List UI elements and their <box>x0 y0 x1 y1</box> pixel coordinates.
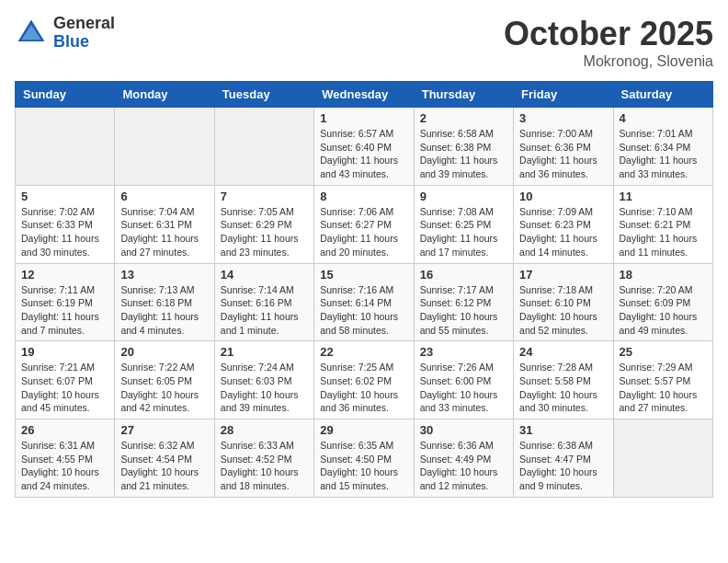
day-info: Sunrise: 7:05 AM Sunset: 6:29 PM Dayligh… <box>221 205 308 259</box>
col-header-thursday: Thursday <box>414 82 513 108</box>
calendar-cell: 27Sunrise: 6:32 AM Sunset: 4:54 PM Dayli… <box>115 419 214 498</box>
calendar-cell: 6Sunrise: 7:04 AM Sunset: 6:31 PM Daylig… <box>115 185 214 263</box>
location-text: Mokronog, Slovenia <box>504 53 713 70</box>
calendar-week-row: 12Sunrise: 7:11 AM Sunset: 6:19 PM Dayli… <box>16 263 713 341</box>
calendar-cell: 31Sunrise: 6:38 AM Sunset: 4:47 PM Dayli… <box>514 419 613 498</box>
day-number: 3 <box>519 111 607 125</box>
day-number: 12 <box>21 268 108 282</box>
calendar-cell: 16Sunrise: 7:17 AM Sunset: 6:12 PM Dayli… <box>414 263 513 341</box>
calendar-week-row: 19Sunrise: 7:21 AM Sunset: 6:07 PM Dayli… <box>16 341 713 419</box>
calendar-table: SundayMondayTuesdayWednesdayThursdayFrid… <box>15 81 713 498</box>
calendar-cell: 2Sunrise: 6:58 AM Sunset: 6:38 PM Daylig… <box>414 108 513 186</box>
calendar-cell: 11Sunrise: 7:10 AM Sunset: 6:21 PM Dayli… <box>613 185 712 263</box>
calendar-cell: 28Sunrise: 6:33 AM Sunset: 4:52 PM Dayli… <box>214 419 313 498</box>
day-number: 15 <box>320 268 407 282</box>
day-info: Sunrise: 7:17 AM Sunset: 6:12 PM Dayligh… <box>420 283 507 338</box>
day-number: 25 <box>620 345 707 359</box>
day-info: Sunrise: 7:16 AM Sunset: 6:14 PM Dayligh… <box>320 283 407 338</box>
calendar-cell: 19Sunrise: 7:21 AM Sunset: 6:07 PM Dayli… <box>16 341 115 419</box>
day-info: Sunrise: 6:57 AM Sunset: 6:40 PM Dayligh… <box>320 127 407 181</box>
day-info: Sunrise: 6:38 AM Sunset: 4:47 PM Dayligh… <box>519 439 607 493</box>
day-number: 7 <box>221 190 308 203</box>
calendar-cell <box>16 108 115 186</box>
calendar-cell: 17Sunrise: 7:18 AM Sunset: 6:10 PM Dayli… <box>514 263 613 341</box>
day-info: Sunrise: 7:02 AM Sunset: 6:33 PM Dayligh… <box>21 205 108 259</box>
logo: General Blue <box>15 15 115 52</box>
day-number: 28 <box>221 423 308 437</box>
calendar-week-row: 26Sunrise: 6:31 AM Sunset: 4:55 PM Dayli… <box>16 419 713 498</box>
day-info: Sunrise: 7:21 AM Sunset: 6:07 PM Dayligh… <box>21 361 108 415</box>
day-info: Sunrise: 7:25 AM Sunset: 6:02 PM Dayligh… <box>320 361 407 415</box>
day-number: 31 <box>519 423 607 437</box>
day-number: 10 <box>519 190 607 203</box>
calendar-cell <box>115 108 214 186</box>
day-info: Sunrise: 7:26 AM Sunset: 6:00 PM Dayligh… <box>420 361 507 415</box>
day-number: 29 <box>320 423 407 437</box>
day-number: 11 <box>620 190 707 203</box>
day-info: Sunrise: 7:10 AM Sunset: 6:21 PM Dayligh… <box>620 205 707 259</box>
day-number: 21 <box>221 345 308 359</box>
day-number: 13 <box>120 268 208 282</box>
day-info: Sunrise: 6:58 AM Sunset: 6:38 PM Dayligh… <box>420 127 507 181</box>
day-info: Sunrise: 6:36 AM Sunset: 4:49 PM Dayligh… <box>420 439 507 493</box>
day-info: Sunrise: 7:04 AM Sunset: 6:31 PM Dayligh… <box>120 205 208 259</box>
day-info: Sunrise: 7:20 AM Sunset: 6:09 PM Dayligh… <box>620 283 707 338</box>
calendar-cell: 26Sunrise: 6:31 AM Sunset: 4:55 PM Dayli… <box>16 419 115 498</box>
calendar-cell <box>613 419 712 498</box>
day-number: 9 <box>420 190 507 203</box>
calendar-cell: 25Sunrise: 7:29 AM Sunset: 5:57 PM Dayli… <box>613 341 712 419</box>
day-info: Sunrise: 7:28 AM Sunset: 5:58 PM Dayligh… <box>519 361 607 415</box>
calendar-cell: 15Sunrise: 7:16 AM Sunset: 6:14 PM Dayli… <box>314 263 414 341</box>
day-info: Sunrise: 7:00 AM Sunset: 6:36 PM Dayligh… <box>519 127 607 181</box>
calendar-cell: 29Sunrise: 6:35 AM Sunset: 4:50 PM Dayli… <box>314 419 414 498</box>
day-number: 6 <box>120 190 208 203</box>
col-header-tuesday: Tuesday <box>214 82 313 108</box>
day-info: Sunrise: 7:01 AM Sunset: 6:34 PM Dayligh… <box>620 127 707 181</box>
calendar-cell: 14Sunrise: 7:14 AM Sunset: 6:16 PM Dayli… <box>214 263 313 341</box>
calendar-week-row: 1Sunrise: 6:57 AM Sunset: 6:40 PM Daylig… <box>16 108 713 186</box>
day-info: Sunrise: 7:13 AM Sunset: 6:18 PM Dayligh… <box>120 283 208 338</box>
day-info: Sunrise: 7:24 AM Sunset: 6:03 PM Dayligh… <box>221 361 308 415</box>
calendar-cell: 12Sunrise: 7:11 AM Sunset: 6:19 PM Dayli… <box>16 263 115 341</box>
calendar-cell: 30Sunrise: 6:36 AM Sunset: 4:49 PM Dayli… <box>414 419 513 498</box>
calendar-cell: 23Sunrise: 7:26 AM Sunset: 6:00 PM Dayli… <box>414 341 513 419</box>
day-number: 23 <box>420 345 507 359</box>
day-info: Sunrise: 7:08 AM Sunset: 6:25 PM Dayligh… <box>420 205 507 259</box>
day-info: Sunrise: 7:18 AM Sunset: 6:10 PM Dayligh… <box>519 283 607 338</box>
day-number: 1 <box>320 111 407 125</box>
calendar-cell: 10Sunrise: 7:09 AM Sunset: 6:23 PM Dayli… <box>514 185 613 263</box>
calendar-cell: 5Sunrise: 7:02 AM Sunset: 6:33 PM Daylig… <box>16 185 115 263</box>
calendar-cell <box>214 108 313 186</box>
month-title: October 2025 <box>504 15 713 53</box>
logo-icon <box>15 17 48 50</box>
day-number: 14 <box>221 268 308 282</box>
calendar-cell: 8Sunrise: 7:06 AM Sunset: 6:27 PM Daylig… <box>314 185 414 263</box>
day-number: 22 <box>320 345 407 359</box>
title-block: October 2025 Mokronog, Slovenia <box>504 15 713 70</box>
col-header-saturday: Saturday <box>613 82 712 108</box>
day-info: Sunrise: 7:11 AM Sunset: 6:19 PM Dayligh… <box>21 283 108 338</box>
day-number: 24 <box>519 345 607 359</box>
logo-blue-text: Blue <box>53 33 115 52</box>
calendar-cell: 18Sunrise: 7:20 AM Sunset: 6:09 PM Dayli… <box>613 263 712 341</box>
col-header-wednesday: Wednesday <box>314 82 414 108</box>
day-info: Sunrise: 7:14 AM Sunset: 6:16 PM Dayligh… <box>221 283 308 338</box>
day-info: Sunrise: 6:32 AM Sunset: 4:54 PM Dayligh… <box>120 439 208 493</box>
logo-general-text: General <box>53 15 115 33</box>
day-info: Sunrise: 6:33 AM Sunset: 4:52 PM Dayligh… <box>221 439 308 493</box>
day-info: Sunrise: 7:06 AM Sunset: 6:27 PM Dayligh… <box>320 205 407 259</box>
calendar-cell: 4Sunrise: 7:01 AM Sunset: 6:34 PM Daylig… <box>613 108 712 186</box>
calendar-header-row: SundayMondayTuesdayWednesdayThursdayFrid… <box>16 82 713 108</box>
calendar-cell: 9Sunrise: 7:08 AM Sunset: 6:25 PM Daylig… <box>414 185 513 263</box>
logo-text: General Blue <box>53 15 115 52</box>
day-number: 19 <box>21 345 108 359</box>
day-number: 4 <box>620 111 707 125</box>
calendar-cell: 7Sunrise: 7:05 AM Sunset: 6:29 PM Daylig… <box>214 185 313 263</box>
day-number: 5 <box>21 190 108 203</box>
calendar-cell: 3Sunrise: 7:00 AM Sunset: 6:36 PM Daylig… <box>514 108 613 186</box>
calendar-cell: 21Sunrise: 7:24 AM Sunset: 6:03 PM Dayli… <box>214 341 313 419</box>
day-info: Sunrise: 6:35 AM Sunset: 4:50 PM Dayligh… <box>320 439 407 493</box>
calendar-cell: 22Sunrise: 7:25 AM Sunset: 6:02 PM Dayli… <box>314 341 414 419</box>
calendar-week-row: 5Sunrise: 7:02 AM Sunset: 6:33 PM Daylig… <box>16 185 713 263</box>
day-info: Sunrise: 7:09 AM Sunset: 6:23 PM Dayligh… <box>519 205 607 259</box>
